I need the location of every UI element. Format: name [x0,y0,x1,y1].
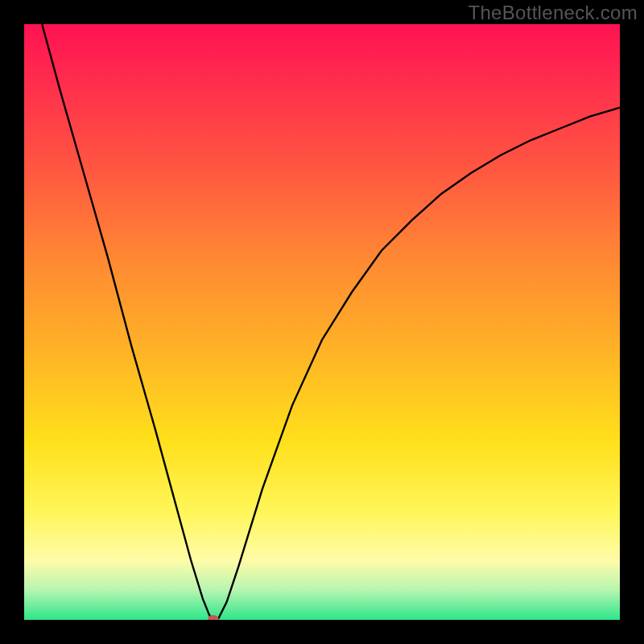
curve-path [42,24,620,620]
plot-area [24,24,620,620]
minimum-marker [208,615,219,620]
chart-frame: TheBottleneck.com [0,0,644,644]
watermark-text: TheBottleneck.com [468,2,638,24]
bottleneck-curve [24,24,620,620]
